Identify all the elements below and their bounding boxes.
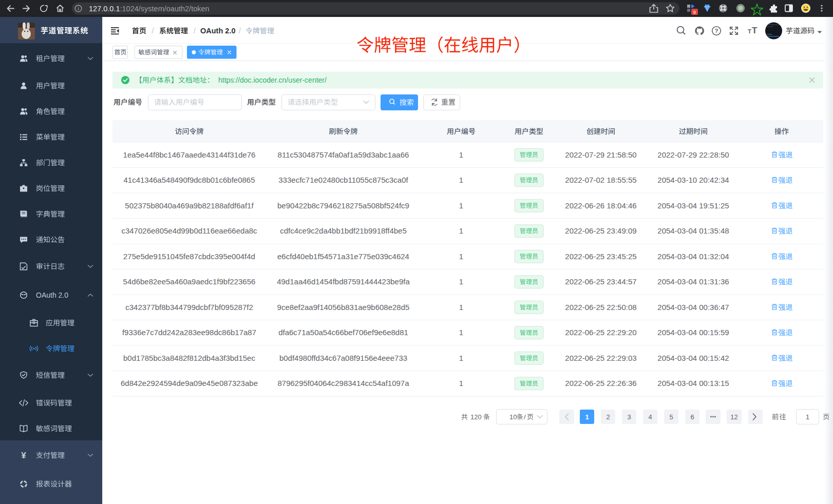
- svg-text:2054-03-04 01:31:36: 2054-03-04 01:31:36: [657, 277, 729, 286]
- svg-text:2054-03-10 20:42:34: 2054-03-10 20:42:34: [657, 176, 729, 184]
- svg-text:811c530487574fa0af1a59d3abc1aa: 811c530487574fa0af1a59d3abc1aa66: [278, 150, 409, 159]
- svg-text:2022-06-25 23:45:25: 2022-06-25 23:45:25: [565, 252, 636, 261]
- svg-text:2054-03-04 19:51:25: 2054-03-04 19:51:25: [657, 201, 729, 210]
- svg-text:1: 1: [459, 379, 463, 387]
- svg-text:49d1aa46d1454fbd87591444423be9: 49d1aa46d1454fbd87591444423be9fa: [277, 277, 410, 286]
- svg-text:T: T: [752, 26, 758, 35]
- svg-text:OAuth 2.0: OAuth 2.0: [200, 27, 235, 35]
- svg-text:2022-06-25 22:29:20: 2022-06-25 22:29:20: [565, 328, 636, 337]
- svg-text:c347026e805e4d99b0d116eae66eda: c347026e805e4d99b0d116eae66eda8c: [121, 226, 257, 235]
- svg-text:502375b8040a469a9b82188afdf6af: 502375b8040a469a9b82188afdf6af1f: [125, 201, 254, 210]
- svg-text:2054-03-04 01:32:04: 2054-03-04 01:32:04: [657, 252, 729, 261]
- svg-text:54d6be82ee5a460a9aedc1f9bf2236: 54d6be82ee5a460a9aedc1f9bf223656: [123, 277, 256, 286]
- svg-text:275e5de9151045fe87cbdc395e004f: 275e5de9151045fe87cbdc395e004f4d: [123, 252, 255, 261]
- svg-text:1: 1: [459, 176, 463, 184]
- svg-text:be90422b8c7946218275a508bf524f: be90422b8c7946218275a508bf524fc9: [277, 201, 409, 210]
- svg-text:e6cfd40eb1f54571a31e775e039c46: e6cfd40eb1f54571a31e775e039c4624: [277, 252, 409, 261]
- svg-text::1024/system/oauth2/token: :1024/system/oauth2/token: [120, 5, 210, 13]
- svg-text:2: 2: [606, 413, 610, 421]
- svg-text:2022-06-25 22:50:08: 2022-06-25 22:50:08: [565, 303, 636, 312]
- svg-text:2054-03-04 00:15:42: 2054-03-04 00:15:42: [657, 354, 729, 362]
- svg-text:b0d1785bc3a8482f812db4a3f3bd15: b0d1785bc3a8482f812db4a3f3bd15ec: [123, 354, 255, 362]
- svg-text:5: 5: [669, 413, 673, 421]
- svg-text:1: 1: [459, 277, 463, 286]
- svg-text:1: 1: [459, 226, 463, 235]
- svg-text:8796295f04064c2983414cc54af109: 8796295f04064c2983414cc54af1097a: [277, 379, 409, 387]
- svg-text:2022-07-02 18:55:55: 2022-07-02 18:55:55: [565, 176, 636, 184]
- svg-text:6d842e2924594de9a09e45e087323a: 6d842e2924594de9a09e45e087323abe: [121, 379, 258, 387]
- svg-text:120: 120: [470, 413, 482, 421]
- svg-text:c342377bf8b344799dcbf7bf095287: c342377bf8b344799dcbf7bf095287f2: [125, 303, 253, 312]
- svg-text:127.0.0.1: 127.0.0.1: [89, 5, 120, 13]
- svg-text:2022-06-25 22:26:36: 2022-06-25 22:26:36: [565, 379, 636, 387]
- svg-text:1: 1: [459, 354, 463, 362]
- svg-text:1: 1: [459, 201, 463, 210]
- svg-text:1: 1: [459, 303, 463, 312]
- svg-text:2022-06-25 22:29:03: 2022-06-25 22:29:03: [565, 354, 636, 362]
- svg-text:2022-07-29 21:58:50: 2022-07-29 21:58:50: [565, 150, 636, 159]
- svg-text:¥: ¥: [21, 451, 26, 460]
- svg-text:2054-03-04 00:36:47: 2054-03-04 00:36:47: [657, 303, 729, 312]
- svg-text:1: 1: [585, 413, 589, 421]
- svg-text:/: /: [152, 27, 154, 35]
- svg-text:1: 1: [806, 413, 810, 421]
- svg-text:T: T: [748, 28, 751, 34]
- svg-text:OAuth 2.0: OAuth 2.0: [36, 291, 68, 299]
- svg-text:10: 10: [509, 413, 517, 421]
- svg-text:https://doc.iocoder.cn/user-ce: https://doc.iocoder.cn/user-center/: [218, 76, 327, 84]
- svg-text:1: 1: [459, 328, 463, 337]
- svg-text:/: /: [194, 27, 196, 35]
- svg-text:/: /: [524, 413, 526, 421]
- svg-text:f9336e7c7dd242a283ee98dc86b17a: f9336e7c7dd242a283ee98dc86b17a87: [122, 328, 256, 337]
- svg-text:1: 1: [459, 252, 463, 261]
- svg-text:2054-03-04 00:15:59: 2054-03-04 00:15:59: [657, 328, 729, 337]
- svg-text:41c41346a548490f9dc8b01c6bfe08: 41c41346a548490f9dc8b01c6bfe0865: [123, 176, 255, 184]
- svg-text:4: 4: [648, 413, 652, 421]
- svg-text:2022-07-29 22:28:50: 2022-07-29 22:28:50: [657, 150, 729, 159]
- svg-text:?: ?: [715, 28, 718, 34]
- svg-text:cdfc4ce9c2da4bb1bdf21b9918ff4b: cdfc4ce9c2da4bb1bdf21b9918ff4be5: [280, 226, 407, 235]
- svg-text:6: 6: [690, 413, 694, 421]
- svg-text:2022-06-26 18:04:46: 2022-06-26 18:04:46: [565, 201, 636, 210]
- svg-text:9: 9: [693, 9, 696, 15]
- svg-text:2054-03-04 00:13:15: 2054-03-04 00:13:15: [657, 379, 729, 387]
- svg-text:2054-03-04 01:35:48: 2054-03-04 01:35:48: [657, 226, 729, 235]
- svg-text:2022-06-25 23:49:09: 2022-06-25 23:49:09: [565, 226, 636, 235]
- svg-text:dfa6c71a50a54c66bef706ef9e6e8d: dfa6c71a50a54c66bef706ef9e6e8d81: [278, 328, 408, 337]
- svg-text:12: 12: [730, 413, 737, 421]
- svg-text:3: 3: [627, 413, 631, 421]
- svg-text:1: 1: [459, 150, 463, 159]
- svg-text:9ce8ef2aa9f14056b831ae9b608e28: 9ce8ef2aa9f14056b831ae9b608e28d5: [277, 303, 410, 312]
- svg-text:/: /: [239, 27, 241, 35]
- svg-text:1ea5e44f8bc1467aaede43144f31de: 1ea5e44f8bc1467aaede43144f31de76: [123, 150, 256, 159]
- svg-text:b0df4980ffd34c67a08f9156e4eee7: b0df4980ffd34c67a08f9156e4eee733: [279, 354, 407, 362]
- svg-text:333ecfc71e02480cb11055c875c3ca: 333ecfc71e02480cb11055c875c3ca0f: [278, 176, 408, 184]
- svg-text:2022-06-25 23:44:57: 2022-06-25 23:44:57: [565, 277, 636, 286]
